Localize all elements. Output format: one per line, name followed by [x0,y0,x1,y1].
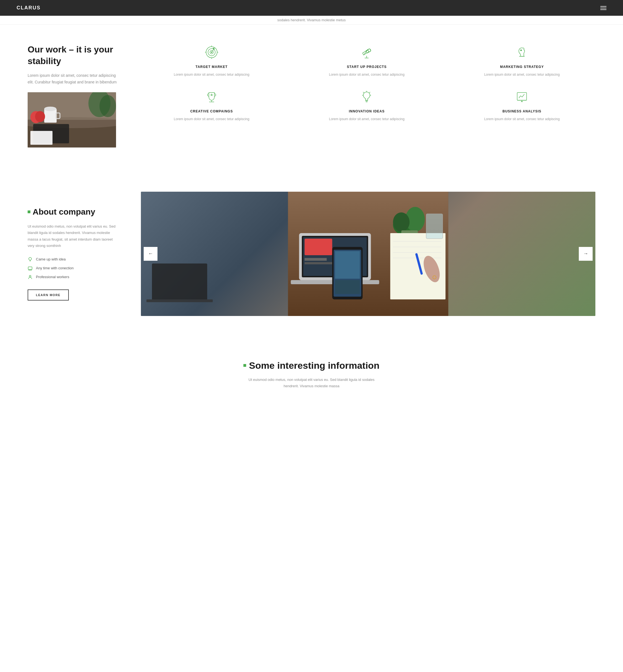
svg-marker-41 [521,101,523,102]
idea-icon [28,257,33,262]
feature-innovation-title: INNOVATION IDEAS [293,110,440,113]
feature-analysis-title: BUSINESS ANALYSIS [448,110,595,113]
connection-icon [28,266,33,271]
svg-rect-57 [305,258,327,261]
list-item-connection-text: Any time with conection [36,266,74,270]
about-image: ← → [141,192,595,316]
feature-marketing-desc: Lorem ipsum dolor sit amet, consec tetur… [448,72,595,77]
about-left-column: About company Ut euismod odio metus, non… [28,207,119,301]
svg-point-50 [29,275,31,277]
svg-point-7 [35,111,45,122]
feature-marketing-title: MARKETING STRATEGY [448,65,595,69]
feature-analysis-desc: Lorem ipsum dolor sit amet, consec tetur… [448,117,595,122]
info-description: Ut euismod odio metus, non volutpat elit… [243,376,381,390]
feature-target-market-title: TARGET MARKET [138,65,285,69]
svg-point-43 [29,257,31,260]
work-heading: Our work – it is your stability [28,44,122,67]
svg-rect-58 [305,262,332,264]
learn-more-button[interactable]: LEARN MORE [28,289,69,301]
left-arrow-icon: ← [148,251,153,256]
info-green-accent [243,364,246,367]
about-features-list: Came up with idea Any time with conectio… [28,257,119,279]
feature-innovation-desc: Lorem ipsum dolor sit amet, consec tetur… [293,117,440,122]
info-section: Some interesting information Ut euismod … [0,338,623,400]
svg-point-14 [211,52,212,53]
hamburger-menu[interactable] [600,6,606,10]
target-market-icon [203,44,220,60]
list-item-idea: Came up with idea [28,257,119,262]
list-item-connection: Any time with conection [28,266,119,271]
svg-line-38 [369,92,370,93]
feature-startup: START UP PROJECTS Lorem ipsum dolor sit … [293,44,440,77]
menu-line-3 [600,9,606,10]
about-image-svg [141,192,595,316]
marquee-text: sodales hendrerit. Vivamus molestie metu… [277,18,346,22]
svg-point-10 [99,95,116,117]
marquee-strip: sodales hendrerit. Vivamus molestie metu… [0,16,623,25]
svg-rect-39 [517,93,527,100]
prev-arrow-button[interactable]: ← [144,247,157,261]
svg-point-66 [393,212,410,232]
svg-rect-56 [305,239,332,255]
feature-creative: CREATIVE COMPAINGS Lorem ipsum dolor sit… [138,88,285,122]
navbar: CLARUS [0,0,623,16]
menu-line-2 [600,8,606,8]
green-accent [28,211,30,213]
svg-marker-30 [210,93,213,96]
work-description: Lorem ipsum dolor sit amet, consec tetur… [28,72,122,86]
menu-line-1 [600,6,606,7]
about-section: About company Ut euismod odio metus, non… [0,170,623,338]
feature-startup-title: START UP PROJECTS [293,65,440,69]
feature-target-market-desc: Lorem ipsum dolor sit amet, consec tetur… [138,72,285,77]
feature-creative-title: CREATIVE COMPAINGS [138,110,285,113]
about-description: Ut euismod odio metus, non volutpat elit… [28,223,119,249]
svg-rect-46 [28,267,32,270]
feature-creative-desc: Lorem ipsum dolor sit amet, consec tetur… [138,117,285,122]
marketing-icon [513,44,530,60]
about-image-container: ← → [141,192,595,316]
creative-icon [203,88,220,105]
analysis-icon [513,88,530,105]
list-item-workers-text: Professional workers [36,275,69,279]
svg-point-4 [44,106,56,111]
feature-innovation: INNOVATION IDEAS Lorem ipsum dolor sit a… [293,88,440,122]
work-left-column: Our work – it is your stability Lorem ip… [28,44,122,148]
svg-point-27 [521,50,522,51]
svg-rect-62 [335,251,360,279]
list-item-workers: Professional workers [28,275,119,279]
startup-icon [358,44,375,60]
feature-target-market: TARGET MARKET Lorem ipsum dolor sit amet… [138,44,285,77]
svg-line-37 [363,92,364,93]
svg-rect-75 [426,214,443,239]
list-item-idea-text: Came up with idea [36,257,66,261]
feature-marketing: MARKETING STRATEGY Lorem ipsum dolor sit… [448,44,595,77]
work-image [28,92,116,148]
feature-startup-desc: Lorem ipsum dolor sit amet, consec tetur… [293,72,440,77]
feature-analysis: BUSINESS ANALYSIS Lorem ipsum dolor sit … [448,88,595,122]
innovation-icon [358,88,375,105]
workers-icon [28,275,33,279]
work-image-svg [28,92,116,148]
svg-rect-63 [335,280,360,294]
info-heading: Some interesting information [28,360,595,371]
next-arrow-button[interactable]: → [579,247,593,261]
right-arrow-icon: → [583,251,588,256]
work-section: Our work – it is your stability Lorem ip… [0,25,623,170]
work-features-grid: TARGET MARKET Lorem ipsum dolor sit amet… [138,44,595,122]
about-heading: About company [28,207,119,217]
brand-logo: CLARUS [17,5,40,11]
svg-rect-8 [33,124,69,143]
